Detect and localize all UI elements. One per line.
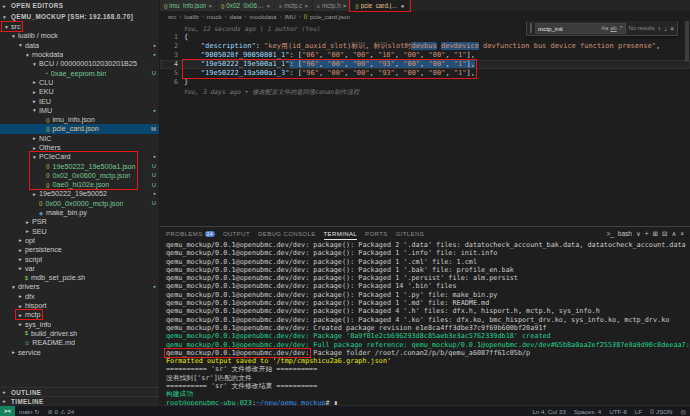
tree-folder-nic[interactable]: ▸NIC: [0, 134, 159, 143]
close-panel-icon[interactable]: ×: [680, 230, 684, 237]
tree-folder-hisport[interactable]: ▸hisport: [0, 301, 159, 310]
workspace-header[interactable]: ▾ QEMU_MOCKUP [SSH: 192.168.0.70]: [0, 11, 159, 22]
tree-folder-script[interactable]: ▸script: [0, 254, 159, 263]
tree-folder-bcu-0000000102030201b25[interactable]: ▾BCU / 0000000102030201B25: [0, 59, 159, 68]
tree-file-mdb-set-pcie-sh[interactable]: $mdb_set_pcie.sh: [0, 273, 159, 282]
cursor-position-item[interactable]: Ln 4, Col 33: [528, 406, 569, 416]
maximize-panel-icon[interactable]: ∧: [671, 230, 676, 238]
panel-tab-gitlens[interactable]: GITLENS: [396, 227, 424, 240]
tree-file-0xae-eeprom-bin[interactable]: ▪0xae_eeprom.binU: [0, 68, 159, 77]
tab-mctp-h[interactable]: ≡mctp.h×: [313, 0, 351, 11]
tree-folder-data[interactable]: ▾data●: [0, 41, 159, 50]
breadcrumb-item-lualib[interactable]: lualib: [184, 13, 198, 20]
tree-file-0x00-0x0000-mctp-json[interactable]: {}0x00_0x0000_mctp.jsonU: [0, 199, 159, 208]
tree-folder-19e50222-19e50052[interactable]: ▸19e50222_19e50052●: [0, 189, 159, 198]
notifications-bell[interactable]: ◎: [677, 406, 690, 416]
close-icon[interactable]: ×: [343, 3, 347, 9]
whole-word-toggle[interactable]: ab: [610, 25, 616, 31]
tree-folder-mctp[interactable]: ▸mctp: [0, 310, 159, 319]
tree-folder-pciecard[interactable]: ▾PCIeCard●: [0, 152, 159, 161]
editor[interactable]: You, 12 seconds ago | 1 author (You)1{2 …: [160, 21, 690, 226]
kill-terminal-icon[interactable]: ⊟: [662, 230, 667, 238]
code-line-2[interactable]: 2 "description": "key用(id_auxid_slot)标识,…: [160, 42, 690, 51]
tree-folder-opt[interactable]: ▸opt: [0, 236, 159, 245]
match-case-toggle[interactable]: Aa: [601, 25, 608, 31]
remote-indicator[interactable]: ><: [0, 406, 15, 416]
tree-folder-clu[interactable]: ▸CLU: [0, 78, 159, 87]
new-terminal-icon[interactable]: +: [645, 230, 649, 237]
tree-file-readme-md[interactable]: ≣README.md: [0, 338, 159, 347]
panel-tab-ports[interactable]: PORTS: [365, 227, 388, 240]
breadcrumb-item-mockdata[interactable]: mockdata: [250, 13, 277, 20]
close-icon[interactable]: ×: [266, 3, 270, 9]
tree-folder-src[interactable]: ▾src: [0, 22, 159, 31]
breadcrumb[interactable]: src›lualib›mock›data›mockdata›IMU›{}pcie…: [160, 11, 690, 21]
tab-bar[interactable]: {}imu_info.json×{}0x02_0x0600_mctp.json×…: [160, 0, 690, 11]
tree-file-0ae0-hi102e-json[interactable]: {}0ae0_hi102e.jsonU: [0, 180, 159, 189]
problems-item[interactable]: ⊘ 0 ⚠ 24: [43, 406, 78, 416]
indentation-item[interactable]: Spaces: 4: [570, 406, 606, 416]
eol-item[interactable]: LF: [631, 406, 646, 416]
git-branch-item[interactable]: main ↻: [15, 406, 43, 416]
panel-tab-problems[interactable]: PROBLEMS24: [166, 227, 215, 240]
close-icon[interactable]: ×: [304, 3, 308, 9]
breadcrumb-item-mock[interactable]: mock: [207, 13, 222, 20]
find-grip[interactable]: [530, 23, 532, 33]
tree-folder-others[interactable]: ▸Others: [0, 143, 159, 152]
panel-tab-terminal[interactable]: TERMINAL: [324, 227, 358, 240]
panel-tab-debug-console[interactable]: DEBUG CONSOLE: [258, 227, 316, 240]
panel-tab-output[interactable]: OUTPUT: [223, 227, 250, 240]
find-prev-icon[interactable]: ↑: [658, 25, 661, 32]
tab-imu-info-json[interactable]: {}imu_info.json×: [160, 0, 217, 11]
tree-file-19e50222-19e500a1-json[interactable]: {}19e50222_19e500a1.jsonU: [0, 161, 159, 170]
terminal-picker[interactable]: bash: [618, 230, 632, 237]
tree-file-pcie-card-json[interactable]: {}pcie_card.jsonM: [0, 124, 159, 133]
tree-folder-dfx[interactable]: ▸dfx: [0, 292, 159, 301]
open-editors-header[interactable]: ▸ OPEN EDITORS: [0, 0, 159, 11]
tree-folder-psr[interactable]: ▸PSR: [0, 217, 159, 226]
breadcrumb-item-data[interactable]: data: [230, 13, 242, 20]
editor-scrollbar[interactable]: [684, 21, 690, 226]
scrollbar-thumb[interactable]: [685, 21, 689, 61]
tree-file-0x02-0x0600-mctp-json[interactable]: {}0x02_0x0600_mctp.jsonU: [0, 171, 159, 180]
code-line-4[interactable]: 4 "19e50222_19e500a1_1": ["96", "00", "0…: [160, 60, 690, 69]
tree-folder-var[interactable]: ▸var: [0, 264, 159, 273]
tab-0x02-0x0600-mctp-json[interactable]: {}0x02_0x0600_mctp.json×: [217, 0, 275, 11]
timeline-header[interactable]: ▸ TIMELINE: [0, 396, 159, 405]
split-terminal-icon[interactable]: ⊞: [653, 230, 658, 238]
tree-folder-persistence[interactable]: ▸persistence: [0, 245, 159, 254]
panel-tab-bar[interactable]: PROBLEMS24OUTPUTDEBUG CONSOLETERMINALPOR…: [166, 227, 424, 240]
code-line-3[interactable]: 3 "9005028f_90050801_1": ["06", "00", "0…: [160, 51, 690, 60]
tree-folder-seu[interactable]: ▸SEU: [0, 227, 159, 236]
outline-header[interactable]: ▸ OUTLINE: [0, 387, 159, 396]
tree-file-make-bin-py[interactable]: ◆make_bin.py: [0, 208, 159, 217]
tree-folder-mockdata[interactable]: ▾mockdata●: [0, 50, 159, 59]
find-close-icon[interactable]: ×: [670, 25, 674, 32]
encoding-item[interactable]: UTF-8: [605, 406, 631, 416]
tree-folder-lualib-mock[interactable]: ▾lualib / mock: [0, 31, 159, 40]
language-item[interactable]: {} JSON: [646, 406, 677, 416]
tree-folder-drivers[interactable]: ▾drivers●: [0, 282, 159, 291]
breadcrumb-item-src[interactable]: src: [168, 13, 176, 20]
find-next-icon[interactable]: ↓: [664, 25, 667, 32]
tree-folder-sys-info[interactable]: ▸sys_info: [0, 320, 159, 329]
breadcrumb-item-pcie-card-json[interactable]: pcie_card.json: [310, 13, 350, 20]
tree-folder-ieu[interactable]: ▸IEU: [0, 96, 159, 105]
code-line-5[interactable]: 5 "19e50222_19a500a1_3": ["96", "00", "0…: [160, 69, 690, 78]
file-tree[interactable]: ▾src▾lualib / mock▾data●▾mockdata●▾BCU /…: [0, 22, 159, 387]
terminal-output[interactable]: qemu_mockup/0.0.1@openubmc.dev/dev: pack…: [160, 240, 690, 405]
regex-toggle[interactable]: .*: [619, 25, 623, 31]
tree-folder-eku[interactable]: ▸EKU: [0, 87, 159, 96]
tree-folder-service[interactable]: ▸service: [0, 347, 159, 356]
modified-dot-icon[interactable]: ●: [401, 3, 405, 9]
tree-folder-imu[interactable]: ▾IMU●: [0, 106, 159, 115]
tab-pcie-card-json[interactable]: {}pcie_card.json●: [351, 0, 409, 11]
code-line-6[interactable]: 6}: [160, 78, 690, 87]
breadcrumb-item-imu[interactable]: IMU: [284, 13, 295, 20]
find-input[interactable]: mctp_init Aa ab .*: [535, 23, 626, 34]
chevron-down-icon[interactable]: ∨: [636, 230, 641, 238]
tree-file-build-driver-sh[interactable]: $build_driver.sh: [0, 329, 159, 338]
tree-file-imu-info-json[interactable]: {}imu_info.json: [0, 115, 159, 124]
close-icon[interactable]: ×: [208, 3, 212, 9]
tab-mctp-c[interactable]: ≡mctp.c×: [275, 0, 313, 11]
